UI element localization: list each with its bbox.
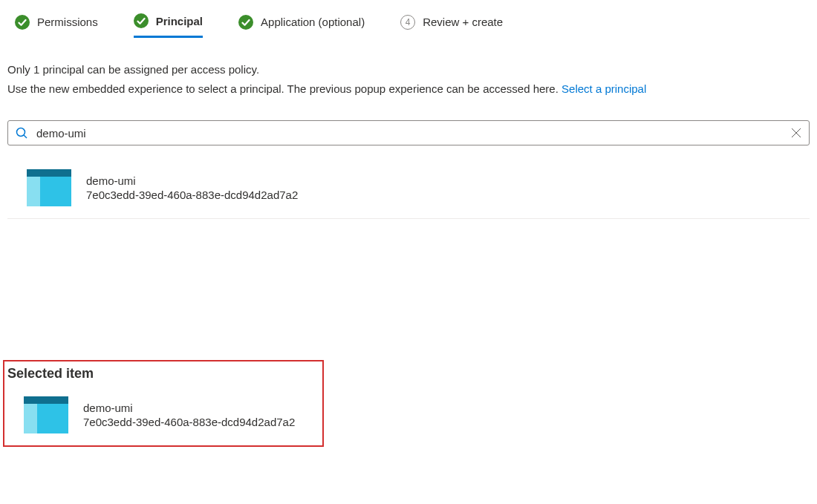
step-number-icon: 4 <box>400 15 415 30</box>
clear-icon[interactable] <box>791 128 801 138</box>
managed-identity-icon <box>24 396 68 433</box>
info-line-1: Only 1 principal can be assigned per acc… <box>7 60 810 79</box>
tab-permissions[interactable]: Permissions <box>15 13 98 38</box>
search-result-item[interactable]: demo-umi 7e0c3edd-39ed-460a-883e-dcd94d2… <box>7 160 810 219</box>
tab-principal[interactable]: Principal <box>134 13 203 38</box>
select-principal-link[interactable]: Select a principal <box>562 82 646 95</box>
result-text: demo-umi 7e0c3edd-39ed-460a-883e-dcd94d2… <box>86 174 298 201</box>
selected-text: demo-umi 7e0c3edd-39ed-460a-883e-dcd94d2… <box>83 402 295 428</box>
check-icon <box>134 13 149 28</box>
managed-identity-icon <box>27 169 71 206</box>
search-box[interactable] <box>7 120 810 145</box>
info-line-2: Use the new embedded experience to selec… <box>7 79 810 99</box>
tab-label: Application (optional) <box>261 16 365 28</box>
selected-name: demo-umi <box>83 402 295 414</box>
tab-label: Review + create <box>423 16 503 28</box>
selected-id: 7e0c3edd-39ed-460a-883e-dcd94d2ad7a2 <box>83 416 295 428</box>
selected-section: Selected item demo-umi 7e0c3edd-39ed-460… <box>3 360 324 447</box>
selected-heading: Selected item <box>4 361 322 396</box>
tab-label: Principal <box>156 15 203 27</box>
check-icon <box>238 15 253 30</box>
info-text: Only 1 principal can be assigned per acc… <box>7 60 810 120</box>
svg-line-1 <box>24 135 27 138</box>
check-icon <box>15 15 30 30</box>
wizard-tabs: Permissions Principal Application (optio… <box>7 13 810 38</box>
tab-application[interactable]: Application (optional) <box>238 13 365 38</box>
selected-item[interactable]: demo-umi 7e0c3edd-39ed-460a-883e-dcd94d2… <box>4 396 322 442</box>
spacer <box>7 219 810 360</box>
search-icon <box>16 127 27 139</box>
svg-point-0 <box>17 128 25 137</box>
search-input[interactable] <box>36 127 791 140</box>
tab-label: Permissions <box>37 16 98 28</box>
tab-review[interactable]: 4 Review + create <box>400 13 503 38</box>
result-id: 7e0c3edd-39ed-460a-883e-dcd94d2ad7a2 <box>86 189 298 201</box>
result-name: demo-umi <box>86 174 298 187</box>
